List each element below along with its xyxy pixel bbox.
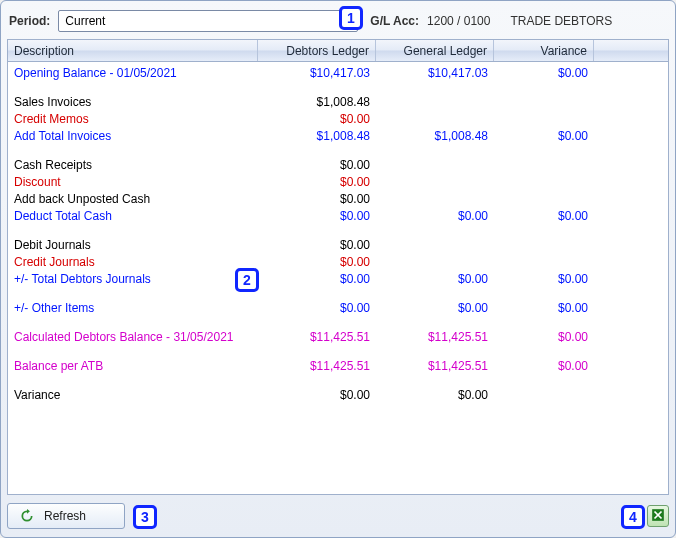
cell-debtors-ledger: $0.00 xyxy=(258,255,376,269)
cell-description: +/- Total Debtors Journals xyxy=(8,272,258,286)
cell-description: Credit Journals xyxy=(8,255,258,269)
cell-general-ledger: $0.00 xyxy=(376,209,494,223)
cell-debtors-ledger: $0.00 xyxy=(258,301,376,315)
table-row[interactable]: +/- Other Items$0.00$0.00$0.00 xyxy=(8,299,668,316)
period-select-wrap xyxy=(58,10,358,32)
period-label: Period: xyxy=(9,14,52,28)
cell-description: Variance xyxy=(8,388,258,402)
cell-general-ledger: $11,425.51 xyxy=(376,359,494,373)
cell-variance: $0.00 xyxy=(494,129,594,143)
table-row[interactable]: Cash Receipts$0.00 xyxy=(8,156,668,173)
grid-body: Opening Balance - 01/05/2021$10,417.03$1… xyxy=(8,62,668,494)
col-general-ledger[interactable]: General Ledger xyxy=(376,40,494,61)
cell-general-ledger: $11,425.51 xyxy=(376,330,494,344)
cell-description: +/- Other Items xyxy=(8,301,258,315)
period-select[interactable] xyxy=(58,10,358,32)
cell-debtors-ledger: $11,425.51 xyxy=(258,359,376,373)
spacer-row xyxy=(8,144,668,156)
cell-debtors-ledger: $0.00 xyxy=(258,112,376,126)
grid-header: Description Debtors Ledger General Ledge… xyxy=(8,40,668,62)
cell-variance: $0.00 xyxy=(494,209,594,223)
table-row[interactable]: Calculated Debtors Balance - 31/05/2021$… xyxy=(8,328,668,345)
spacer-row xyxy=(8,287,668,299)
cell-debtors-ledger: $11,425.51 xyxy=(258,330,376,344)
cell-description: Calculated Debtors Balance - 31/05/2021 xyxy=(8,330,258,344)
table-row[interactable]: Deduct Total Cash$0.00$0.00$0.00 xyxy=(8,207,668,224)
cell-variance: $0.00 xyxy=(494,359,594,373)
cell-description: Debit Journals xyxy=(8,238,258,252)
glacc-desc: TRADE DEBTORS xyxy=(510,14,612,28)
cell-general-ledger: $0.00 xyxy=(376,272,494,286)
cell-debtors-ledger: $0.00 xyxy=(258,388,376,402)
spacer-row xyxy=(8,81,668,93)
cell-debtors-ledger: $1,008.48 xyxy=(258,129,376,143)
col-debtors-ledger[interactable]: Debtors Ledger xyxy=(258,40,376,61)
refresh-icon xyxy=(20,509,34,523)
cell-variance: $0.00 xyxy=(494,330,594,344)
cell-description: Add back Unposted Cash xyxy=(8,192,258,206)
cell-variance: $0.00 xyxy=(494,66,594,80)
cell-debtors-ledger: $0.00 xyxy=(258,192,376,206)
bottom-bar: Refresh xyxy=(7,501,669,531)
table-row[interactable]: Credit Journals$0.00 xyxy=(8,253,668,270)
top-bar: Period: G/L Acc: 1200 / 0100 TRADE DEBTO… xyxy=(7,7,669,35)
cell-general-ledger: $0.00 xyxy=(376,388,494,402)
glacc-label: G/L Acc: xyxy=(370,14,419,28)
cell-debtors-ledger: $0.00 xyxy=(258,238,376,252)
cell-debtors-ledger: $0.00 xyxy=(258,158,376,172)
table-row[interactable]: Opening Balance - 01/05/2021$10,417.03$1… xyxy=(8,64,668,81)
cell-description: Balance per ATB xyxy=(8,359,258,373)
spacer-row xyxy=(8,316,668,328)
cell-debtors-ledger: $0.00 xyxy=(258,175,376,189)
refresh-button-label: Refresh xyxy=(44,509,86,523)
table-row[interactable]: Balance per ATB$11,425.51$11,425.51$0.00 xyxy=(8,357,668,374)
cell-description: Opening Balance - 01/05/2021 xyxy=(8,66,258,80)
cell-general-ledger: $10,417.03 xyxy=(376,66,494,80)
table-row[interactable]: Credit Memos$0.00 xyxy=(8,110,668,127)
table-row[interactable]: Add back Unposted Cash$0.00 xyxy=(8,190,668,207)
cell-description: Credit Memos xyxy=(8,112,258,126)
col-description[interactable]: Description xyxy=(8,40,258,61)
glacc-value: 1200 / 0100 xyxy=(427,14,490,28)
spacer-row xyxy=(8,345,668,357)
table-row[interactable]: Sales Invoices$1,008.48 xyxy=(8,93,668,110)
cell-description: Cash Receipts xyxy=(8,158,258,172)
cell-debtors-ledger: $1,008.48 xyxy=(258,95,376,109)
cell-general-ledger: $0.00 xyxy=(376,301,494,315)
cell-debtors-ledger: $0.00 xyxy=(258,272,376,286)
cell-description: Deduct Total Cash xyxy=(8,209,258,223)
refresh-button[interactable]: Refresh xyxy=(7,503,125,529)
export-excel-button[interactable] xyxy=(647,505,669,527)
cell-description: Add Total Invoices xyxy=(8,129,258,143)
cell-variance: $0.00 xyxy=(494,272,594,286)
excel-icon xyxy=(651,508,665,525)
table-row[interactable]: Debit Journals$0.00 xyxy=(8,236,668,253)
panel: Period: G/L Acc: 1200 / 0100 TRADE DEBTO… xyxy=(0,0,676,538)
cell-variance: $0.00 xyxy=(494,301,594,315)
cell-description: Sales Invoices xyxy=(8,95,258,109)
spacer-row xyxy=(8,374,668,386)
table-row[interactable]: +/- Total Debtors Journals$0.00$0.00$0.0… xyxy=(8,270,668,287)
col-filler xyxy=(594,40,668,61)
table-row[interactable]: Discount$0.00 xyxy=(8,173,668,190)
data-grid: Description Debtors Ledger General Ledge… xyxy=(7,39,669,495)
cell-debtors-ledger: $0.00 xyxy=(258,209,376,223)
cell-debtors-ledger: $10,417.03 xyxy=(258,66,376,80)
cell-general-ledger: $1,008.48 xyxy=(376,129,494,143)
table-row[interactable]: Variance$0.00$0.00 xyxy=(8,386,668,403)
spacer-row xyxy=(8,224,668,236)
cell-description: Discount xyxy=(8,175,258,189)
col-variance[interactable]: Variance xyxy=(494,40,594,61)
table-row[interactable]: Add Total Invoices$1,008.48$1,008.48$0.0… xyxy=(8,127,668,144)
